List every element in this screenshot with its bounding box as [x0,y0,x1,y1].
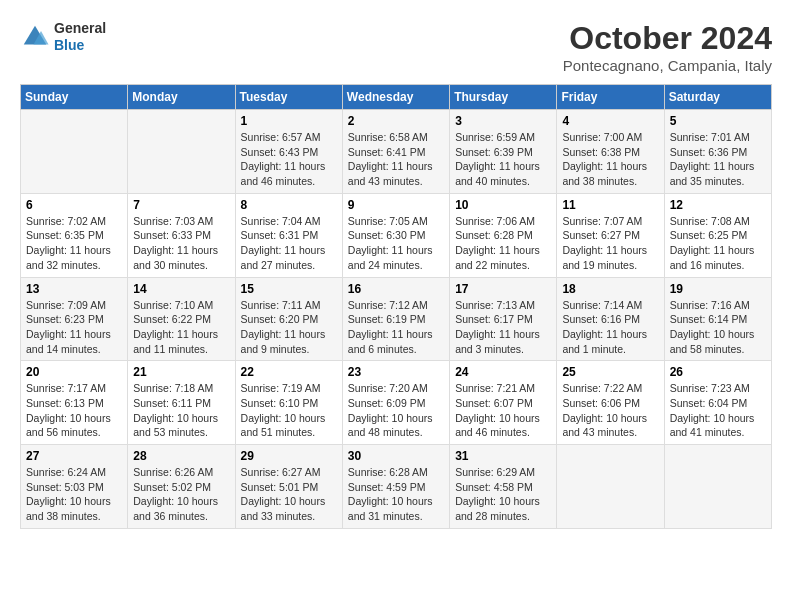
calendar-cell: 26 Sunrise: 7:23 AM Sunset: 6:04 PM Dayl… [664,361,771,445]
day-number: 10 [455,198,551,212]
day-info: Sunrise: 6:26 AM Sunset: 5:02 PM Dayligh… [133,465,229,524]
day-number: 20 [26,365,122,379]
weekday-header-wednesday: Wednesday [342,85,449,110]
day-info: Sunrise: 7:11 AM Sunset: 6:20 PM Dayligh… [241,298,337,357]
calendar-cell: 12 Sunrise: 7:08 AM Sunset: 6:25 PM Dayl… [664,193,771,277]
day-info: Sunrise: 7:03 AM Sunset: 6:33 PM Dayligh… [133,214,229,273]
calendar-week-3: 13 Sunrise: 7:09 AM Sunset: 6:23 PM Dayl… [21,277,772,361]
month-title: October 2024 [563,20,772,57]
day-info: Sunrise: 7:02 AM Sunset: 6:35 PM Dayligh… [26,214,122,273]
calendar-cell: 9 Sunrise: 7:05 AM Sunset: 6:30 PM Dayli… [342,193,449,277]
day-number: 7 [133,198,229,212]
day-number: 1 [241,114,337,128]
calendar-cell: 25 Sunrise: 7:22 AM Sunset: 6:06 PM Dayl… [557,361,664,445]
weekday-header-friday: Friday [557,85,664,110]
calendar-cell: 18 Sunrise: 7:14 AM Sunset: 6:16 PM Dayl… [557,277,664,361]
logo-general: General [54,20,106,37]
day-number: 5 [670,114,766,128]
calendar-week-5: 27 Sunrise: 6:24 AM Sunset: 5:03 PM Dayl… [21,445,772,529]
calendar-cell [557,445,664,529]
day-info: Sunrise: 6:24 AM Sunset: 5:03 PM Dayligh… [26,465,122,524]
day-number: 17 [455,282,551,296]
calendar-table: SundayMondayTuesdayWednesdayThursdayFrid… [20,84,772,529]
calendar-cell: 13 Sunrise: 7:09 AM Sunset: 6:23 PM Dayl… [21,277,128,361]
calendar-cell: 30 Sunrise: 6:28 AM Sunset: 4:59 PM Dayl… [342,445,449,529]
day-number: 19 [670,282,766,296]
calendar-cell: 2 Sunrise: 6:58 AM Sunset: 6:41 PM Dayli… [342,110,449,194]
day-info: Sunrise: 7:01 AM Sunset: 6:36 PM Dayligh… [670,130,766,189]
calendar-cell: 19 Sunrise: 7:16 AM Sunset: 6:14 PM Dayl… [664,277,771,361]
calendar-cell: 29 Sunrise: 6:27 AM Sunset: 5:01 PM Dayl… [235,445,342,529]
calendar-cell: 21 Sunrise: 7:18 AM Sunset: 6:11 PM Dayl… [128,361,235,445]
day-info: Sunrise: 7:19 AM Sunset: 6:10 PM Dayligh… [241,381,337,440]
day-number: 13 [26,282,122,296]
calendar-cell: 16 Sunrise: 7:12 AM Sunset: 6:19 PM Dayl… [342,277,449,361]
day-info: Sunrise: 6:59 AM Sunset: 6:39 PM Dayligh… [455,130,551,189]
day-number: 26 [670,365,766,379]
day-info: Sunrise: 7:06 AM Sunset: 6:28 PM Dayligh… [455,214,551,273]
calendar-cell: 20 Sunrise: 7:17 AM Sunset: 6:13 PM Dayl… [21,361,128,445]
day-info: Sunrise: 7:09 AM Sunset: 6:23 PM Dayligh… [26,298,122,357]
day-number: 11 [562,198,658,212]
day-info: Sunrise: 7:20 AM Sunset: 6:09 PM Dayligh… [348,381,444,440]
calendar-cell: 10 Sunrise: 7:06 AM Sunset: 6:28 PM Dayl… [450,193,557,277]
day-info: Sunrise: 7:05 AM Sunset: 6:30 PM Dayligh… [348,214,444,273]
weekday-header-thursday: Thursday [450,85,557,110]
calendar-cell: 22 Sunrise: 7:19 AM Sunset: 6:10 PM Dayl… [235,361,342,445]
calendar-cell: 8 Sunrise: 7:04 AM Sunset: 6:31 PM Dayli… [235,193,342,277]
calendar-cell: 11 Sunrise: 7:07 AM Sunset: 6:27 PM Dayl… [557,193,664,277]
day-number: 12 [670,198,766,212]
day-info: Sunrise: 6:27 AM Sunset: 5:01 PM Dayligh… [241,465,337,524]
day-number: 16 [348,282,444,296]
day-info: Sunrise: 7:22 AM Sunset: 6:06 PM Dayligh… [562,381,658,440]
calendar-cell: 27 Sunrise: 6:24 AM Sunset: 5:03 PM Dayl… [21,445,128,529]
weekday-header-sunday: Sunday [21,85,128,110]
day-info: Sunrise: 6:58 AM Sunset: 6:41 PM Dayligh… [348,130,444,189]
location: Pontecagnano, Campania, Italy [563,57,772,74]
calendar-cell: 6 Sunrise: 7:02 AM Sunset: 6:35 PM Dayli… [21,193,128,277]
calendar-week-1: 1 Sunrise: 6:57 AM Sunset: 6:43 PM Dayli… [21,110,772,194]
day-number: 8 [241,198,337,212]
calendar-cell: 31 Sunrise: 6:29 AM Sunset: 4:58 PM Dayl… [450,445,557,529]
day-number: 15 [241,282,337,296]
day-number: 30 [348,449,444,463]
calendar-cell: 23 Sunrise: 7:20 AM Sunset: 6:09 PM Dayl… [342,361,449,445]
day-number: 29 [241,449,337,463]
day-number: 18 [562,282,658,296]
weekday-header-tuesday: Tuesday [235,85,342,110]
calendar-cell: 3 Sunrise: 6:59 AM Sunset: 6:39 PM Dayli… [450,110,557,194]
logo: General Blue [20,20,106,54]
weekday-header-saturday: Saturday [664,85,771,110]
day-info: Sunrise: 7:04 AM Sunset: 6:31 PM Dayligh… [241,214,337,273]
calendar-cell: 28 Sunrise: 6:26 AM Sunset: 5:02 PM Dayl… [128,445,235,529]
day-number: 23 [348,365,444,379]
day-info: Sunrise: 7:18 AM Sunset: 6:11 PM Dayligh… [133,381,229,440]
day-info: Sunrise: 7:17 AM Sunset: 6:13 PM Dayligh… [26,381,122,440]
calendar-cell: 5 Sunrise: 7:01 AM Sunset: 6:36 PM Dayli… [664,110,771,194]
weekday-header-row: SundayMondayTuesdayWednesdayThursdayFrid… [21,85,772,110]
calendar-cell: 4 Sunrise: 7:00 AM Sunset: 6:38 PM Dayli… [557,110,664,194]
day-number: 25 [562,365,658,379]
calendar-cell [128,110,235,194]
day-info: Sunrise: 6:29 AM Sunset: 4:58 PM Dayligh… [455,465,551,524]
day-info: Sunrise: 7:13 AM Sunset: 6:17 PM Dayligh… [455,298,551,357]
day-number: 14 [133,282,229,296]
day-number: 22 [241,365,337,379]
weekday-header-monday: Monday [128,85,235,110]
calendar-cell: 24 Sunrise: 7:21 AM Sunset: 6:07 PM Dayl… [450,361,557,445]
day-number: 27 [26,449,122,463]
day-number: 2 [348,114,444,128]
day-number: 4 [562,114,658,128]
day-info: Sunrise: 7:07 AM Sunset: 6:27 PM Dayligh… [562,214,658,273]
day-info: Sunrise: 7:21 AM Sunset: 6:07 PM Dayligh… [455,381,551,440]
calendar-cell: 1 Sunrise: 6:57 AM Sunset: 6:43 PM Dayli… [235,110,342,194]
day-info: Sunrise: 7:10 AM Sunset: 6:22 PM Dayligh… [133,298,229,357]
day-number: 6 [26,198,122,212]
calendar-cell [21,110,128,194]
logo-text: General Blue [54,20,106,54]
day-number: 31 [455,449,551,463]
calendar-cell: 15 Sunrise: 7:11 AM Sunset: 6:20 PM Dayl… [235,277,342,361]
day-info: Sunrise: 7:12 AM Sunset: 6:19 PM Dayligh… [348,298,444,357]
day-info: Sunrise: 7:08 AM Sunset: 6:25 PM Dayligh… [670,214,766,273]
day-number: 3 [455,114,551,128]
